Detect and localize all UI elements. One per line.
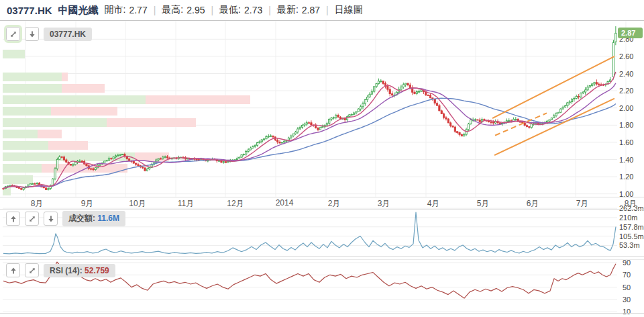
rsi-tick-label: 10 bbox=[623, 308, 631, 316]
expand-pane-button[interactable] bbox=[25, 263, 39, 277]
price-tick-label: 1.80 bbox=[619, 121, 633, 129]
month-label: 4月 bbox=[427, 198, 440, 210]
expand-pane-button[interactable] bbox=[6, 27, 20, 41]
month-label: 2014 bbox=[276, 198, 294, 208]
rsi-label: RSI (14): bbox=[50, 266, 83, 275]
expand-icon bbox=[28, 267, 36, 275]
expand-pane-button[interactable] bbox=[25, 212, 39, 226]
month-label: 9月 bbox=[81, 198, 94, 210]
header-divider bbox=[0, 20, 644, 21]
rsi-tick-label: 50 bbox=[623, 283, 631, 291]
volume-tick-label: 105.5m bbox=[619, 232, 644, 240]
trend-channel bbox=[492, 56, 614, 155]
expand-icon bbox=[9, 30, 17, 38]
price-tick-label: 2.20 bbox=[619, 87, 633, 95]
month-label: 2月 bbox=[328, 198, 341, 210]
turnover-label: 成交額: bbox=[68, 214, 95, 223]
volume-pane-divider bbox=[0, 209, 644, 210]
arrow-up-icon bbox=[9, 267, 17, 275]
volume-tick-label: 157.8m bbox=[619, 223, 644, 231]
rsi-top-divider bbox=[0, 259, 644, 260]
month-label: 7月 bbox=[576, 198, 589, 210]
month-label: 5月 bbox=[477, 198, 490, 210]
price-tick-label: 1.20 bbox=[619, 173, 633, 181]
turnover-badge: 成交額: 11.6M bbox=[62, 211, 125, 226]
move-pane-down-button[interactable] bbox=[44, 212, 58, 226]
rsi-badge: RSI (14): 52.759 bbox=[44, 264, 115, 277]
price-tick-label: 2.40 bbox=[619, 70, 633, 78]
collapse-pane-button[interactable] bbox=[25, 27, 39, 41]
volume-pane-toolbar: 成交額: 11.6M bbox=[6, 211, 125, 226]
month-label: 11月 bbox=[178, 198, 194, 210]
rsi-bottom-divider bbox=[0, 313, 644, 314]
move-pane-up-button[interactable] bbox=[6, 263, 20, 277]
volume-tick-label: 53.3m bbox=[619, 241, 640, 249]
price-tick-label: 2.60 bbox=[619, 52, 633, 60]
main-pane-divider bbox=[0, 197, 644, 197]
month-label: 10月 bbox=[129, 198, 146, 210]
rsi-value: 52.759 bbox=[85, 266, 109, 275]
volume-tick-label: 210m bbox=[619, 214, 638, 222]
month-label: 12月 bbox=[227, 198, 244, 210]
arrow-down-icon bbox=[28, 30, 36, 38]
move-pane-up-button[interactable] bbox=[6, 212, 20, 226]
price-tick-label: 1.40 bbox=[619, 156, 633, 164]
arrow-down-icon bbox=[47, 215, 55, 223]
month-label: 3月 bbox=[378, 198, 390, 210]
current-price-badge: 2.87 bbox=[618, 28, 643, 38]
price-tick-label: 2.00 bbox=[619, 104, 633, 112]
month-label: 8月 bbox=[31, 198, 44, 210]
stock-chart-app: 03777.HK 中國光纖 開市: 2.77 | 最高: 2.95 | 最低: … bbox=[0, 0, 644, 317]
symbol-badge[interactable]: 03777.HK bbox=[44, 28, 92, 41]
arrow-up-icon bbox=[9, 215, 17, 223]
turnover-value: 11.6M bbox=[97, 214, 119, 223]
month-label: 6月 bbox=[527, 198, 539, 210]
price-tick-label: 1.60 bbox=[619, 138, 633, 146]
volume-profile bbox=[3, 50, 250, 195]
rsi-tick-label: 70 bbox=[623, 271, 631, 279]
volume-bottom-divider bbox=[0, 256, 644, 257]
rsi-pane-toolbar: RSI (14): 52.759 bbox=[6, 263, 115, 277]
axis-labels: 2.802.602.402.202.001.801.601.401.201.00… bbox=[619, 35, 644, 316]
month-label: 8月 bbox=[625, 198, 637, 210]
trendline-lower[interactable] bbox=[494, 99, 614, 155]
main-pane-toolbar: 03777.HK bbox=[6, 27, 92, 41]
expand-icon bbox=[28, 215, 36, 223]
rsi-tick-label: 30 bbox=[623, 296, 631, 304]
